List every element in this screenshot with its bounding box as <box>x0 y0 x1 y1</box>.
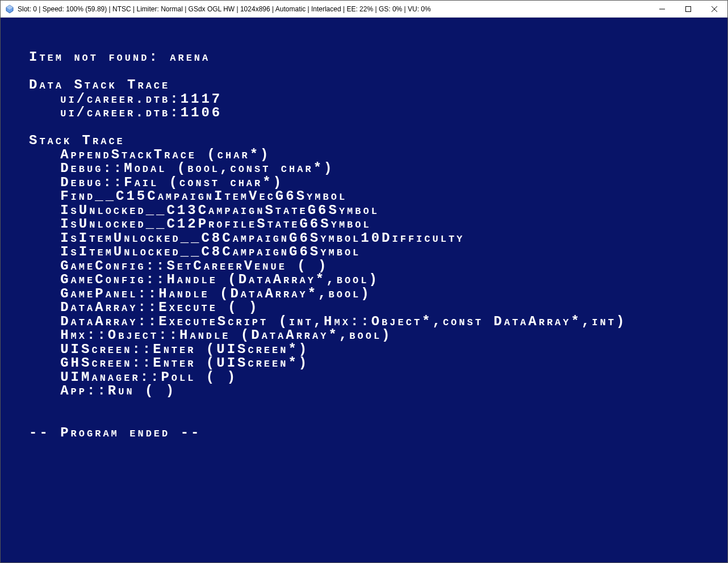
app-icon <box>5 5 14 14</box>
titlebar[interactable]: Slot: 0 | Speed: 100% (59.89) | NTSC | L… <box>1 1 727 18</box>
emulator-window: Slot: 0 | Speed: 100% (59.89) | NTSC | L… <box>0 0 728 563</box>
window-controls <box>649 1 727 17</box>
minimize-button[interactable] <box>649 1 675 17</box>
maximize-button[interactable] <box>675 1 701 17</box>
game-viewport: Item not found: arena Data Stack Trace u… <box>1 18 727 562</box>
window-title: Slot: 0 | Speed: 100% (59.89) | NTSC | L… <box>18 5 649 13</box>
close-button[interactable] <box>701 1 727 17</box>
crash-dump-text: Item not found: arena Data Stack Trace u… <box>29 51 699 440</box>
svg-rect-3 <box>686 6 691 11</box>
